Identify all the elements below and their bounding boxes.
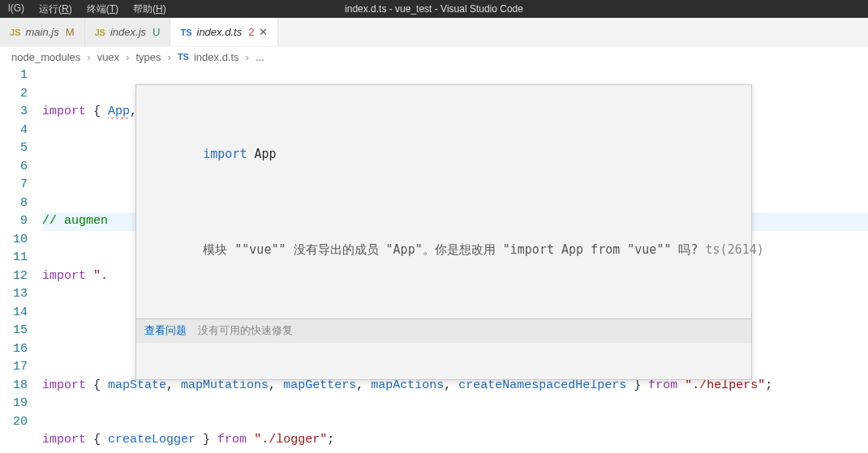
hover-tooltip: import App 模块 ""vue"" 没有导出的成员 "App"。你是想改… xyxy=(135,84,752,380)
chevron-right-icon xyxy=(166,51,173,63)
js-icon: JS xyxy=(10,28,20,37)
scm-mark: U xyxy=(151,26,160,38)
view-problem-link[interactable]: 查看问题 xyxy=(144,322,187,340)
error-count: 2 xyxy=(247,26,254,38)
crumb[interactable]: index.d.ts xyxy=(194,51,239,63)
line-number: 1 xyxy=(0,66,28,85)
tooltip-actions: 查看问题 没有可用的快速修复 xyxy=(136,318,751,343)
titlebar: l(G) 运行(R) 终端(T) 帮助(H) index.d.ts - vue_… xyxy=(0,0,868,18)
line-number: 11 xyxy=(0,249,28,267)
editor-scrollbar[interactable] xyxy=(857,133,868,453)
line-number: 16 xyxy=(0,340,28,359)
line-number: 6 xyxy=(0,158,28,177)
tab-index-d-ts[interactable]: TS index.d.ts 2 ✕ xyxy=(170,18,278,46)
line-number: 18 xyxy=(0,377,28,395)
tab-index-js[interactable]: JS index.js U xyxy=(85,18,171,46)
chevron-right-icon xyxy=(244,51,251,63)
crumb[interactable]: types xyxy=(135,51,161,63)
line-number: 17 xyxy=(0,358,28,377)
code-line[interactable]: import { createLogger } from "./logger"; xyxy=(42,431,868,450)
line-number: 12 xyxy=(0,267,28,286)
scm-mark: M xyxy=(64,26,75,38)
line-number: 10 xyxy=(0,231,28,250)
crumb[interactable]: vuex xyxy=(97,51,119,63)
line-number: 14 xyxy=(0,304,28,323)
menu-item-terminal[interactable]: 终端(T) xyxy=(82,1,123,18)
no-fix-label: 没有可用的快速修复 xyxy=(198,322,293,340)
line-number: 15 xyxy=(0,322,28,340)
menu-item-run[interactable]: 运行(R) xyxy=(34,1,77,18)
close-icon[interactable]: ✕ xyxy=(259,26,268,38)
crumb[interactable]: node_modules xyxy=(11,51,80,63)
ts-icon: TS xyxy=(180,28,191,37)
js-icon: JS xyxy=(95,28,105,37)
crumb[interactable]: ... xyxy=(256,51,264,63)
chevron-right-icon xyxy=(85,51,92,63)
menu-item[interactable]: l(G) xyxy=(3,1,29,18)
line-number: 20 xyxy=(0,413,28,432)
line-number: 4 xyxy=(0,122,28,140)
line-number: 9 xyxy=(0,212,28,231)
line-number: 19 xyxy=(0,395,28,413)
tab-main-js[interactable]: JS main.js M xyxy=(0,18,85,46)
ts-icon: TS xyxy=(178,52,189,62)
line-number: 5 xyxy=(0,139,28,158)
line-number: 8 xyxy=(0,194,28,213)
line-number: 7 xyxy=(0,176,28,194)
breadcrumb[interactable]: node_modules vuex types TS index.d.ts ..… xyxy=(0,47,868,66)
tabstrip: JS main.js M JS index.js U TS index.d.ts… xyxy=(0,18,868,47)
line-number-gutter: 1234567891011121314151617181920 xyxy=(0,66,42,453)
tab-label: index.d.ts xyxy=(197,26,243,38)
line-number: 13 xyxy=(0,285,28,304)
tooltip-message: 模块 ""vue"" 没有导出的成员 "App"。你是想改用 "import A… xyxy=(136,221,751,283)
chevron-right-icon xyxy=(124,51,131,63)
editor[interactable]: 1234567891011121314151617181920 import {… xyxy=(0,66,868,453)
tab-label: main.js xyxy=(25,26,58,38)
code-area[interactable]: import { App, WatchOptions, InjectionKey… xyxy=(42,66,868,453)
line-number: 2 xyxy=(0,85,28,104)
app-menu: l(G) 运行(R) 终端(T) 帮助(H) xyxy=(0,1,171,18)
line-number: 3 xyxy=(0,103,28,122)
menu-item-help[interactable]: 帮助(H) xyxy=(128,1,171,18)
tooltip-signature: import App xyxy=(136,122,751,185)
tab-label: index.js xyxy=(110,26,146,38)
